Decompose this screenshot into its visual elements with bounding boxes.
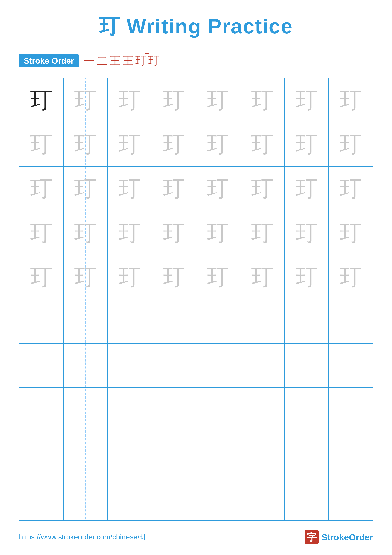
grid-cell[interactable] <box>64 476 108 521</box>
grid-cell[interactable] <box>196 388 241 432</box>
grid-cell[interactable] <box>329 388 373 432</box>
page: 玎 Writing Practice Stroke Order ㇐ 二 王 王 … <box>0 0 392 555</box>
grid-cell[interactable] <box>240 388 285 432</box>
grid-cell[interactable]: 玎 <box>240 123 285 167</box>
grid-cell[interactable]: 玎 <box>108 211 152 255</box>
cell-character: 玎 <box>74 133 96 155</box>
cell-character: 玎 <box>119 89 141 111</box>
grid-cell[interactable] <box>152 344 196 388</box>
grid-cell[interactable]: 玎 <box>329 211 373 255</box>
grid-cell[interactable] <box>240 299 285 344</box>
grid-cell[interactable] <box>329 344 373 388</box>
grid-cell[interactable]: 玎 <box>19 167 64 211</box>
grid-cell[interactable]: 玎 <box>108 255 152 299</box>
grid-cell[interactable] <box>64 388 108 432</box>
grid-cell[interactable] <box>196 299 241 344</box>
grid-cell[interactable]: 玎 <box>196 167 241 211</box>
grid-cell[interactable] <box>19 432 64 476</box>
grid-cell[interactable] <box>196 432 241 476</box>
grid-cell[interactable]: 玎 <box>285 167 329 211</box>
grid-cell[interactable]: 玎 <box>152 211 196 255</box>
brand-icon: 字 <box>305 530 319 544</box>
grid-cell[interactable] <box>19 344 64 388</box>
grid-cell[interactable]: 玎 <box>108 167 152 211</box>
grid-cell[interactable]: 玎 <box>329 78 373 123</box>
grid-cell[interactable]: 玎 <box>19 78 64 123</box>
grid-cell[interactable] <box>108 388 152 432</box>
cell-character: 玎 <box>251 177 273 200</box>
cell-character: 玎 <box>340 133 362 155</box>
grid-cell[interactable] <box>329 299 373 344</box>
grid-cell[interactable]: 玎 <box>19 255 64 299</box>
grid-cell[interactable] <box>19 476 64 521</box>
grid-cell[interactable] <box>152 299 196 344</box>
grid-cell[interactable] <box>152 388 196 432</box>
grid-cell[interactable]: 玎 <box>196 78 241 123</box>
cell-character: 玎 <box>207 177 229 200</box>
grid-cell[interactable]: 玎 <box>329 167 373 211</box>
grid-cell[interactable]: 玎 <box>285 78 329 123</box>
grid-cell[interactable]: 玎 <box>19 211 64 255</box>
cell-character: 玎 <box>163 89 185 111</box>
grid-cell[interactable]: 玎 <box>329 123 373 167</box>
grid-cell[interactable]: 玎 <box>152 255 196 299</box>
grid-cell[interactable] <box>240 432 285 476</box>
grid-cell[interactable] <box>285 432 329 476</box>
grid-cell[interactable] <box>19 388 64 432</box>
cell-character: 玎 <box>30 177 52 200</box>
footer-url[interactable]: https://www.strokeorder.com/chinese/玎 <box>19 532 147 542</box>
grid-cell[interactable] <box>285 388 329 432</box>
grid-cell[interactable] <box>19 299 64 344</box>
grid-cell[interactable]: 玎 <box>108 78 152 123</box>
grid-cell[interactable] <box>64 299 108 344</box>
grid-cell[interactable] <box>64 432 108 476</box>
grid-cell[interactable]: 玎 <box>285 255 329 299</box>
cell-character: 玎 <box>119 222 141 244</box>
cell-character: 玎 <box>207 89 229 111</box>
grid-cell[interactable]: 玎 <box>240 211 285 255</box>
grid-cell[interactable] <box>196 344 241 388</box>
grid-cell[interactable] <box>152 476 196 521</box>
grid-cell[interactable] <box>240 344 285 388</box>
stroke-order-row: Stroke Order ㇐ 二 王 王 玎⁻ 玎 <box>19 53 373 68</box>
grid-cell[interactable] <box>285 299 329 344</box>
grid-cell[interactable] <box>329 432 373 476</box>
footer: https://www.strokeorder.com/chinese/玎 字 … <box>19 530 373 544</box>
grid-cell[interactable] <box>329 476 373 521</box>
grid-cell[interactable]: 玎 <box>196 211 241 255</box>
grid-cell[interactable]: 玎 <box>64 78 108 123</box>
grid-cell[interactable]: 玎 <box>152 78 196 123</box>
grid-cell[interactable] <box>108 344 152 388</box>
grid-cell[interactable] <box>240 476 285 521</box>
grid-cell[interactable]: 玎 <box>64 167 108 211</box>
cell-character: 玎 <box>74 222 96 244</box>
cell-character: 玎 <box>74 177 96 200</box>
grid-cell[interactable]: 玎 <box>152 123 196 167</box>
brand-label: StrokeOrder <box>321 532 373 542</box>
grid-cell[interactable]: 玎 <box>64 255 108 299</box>
grid-cell[interactable]: 玎 <box>240 78 285 123</box>
grid-cell[interactable] <box>108 432 152 476</box>
grid-cell[interactable]: 玎 <box>196 255 241 299</box>
grid-cell[interactable]: 玎 <box>152 167 196 211</box>
grid-cell[interactable] <box>108 299 152 344</box>
grid-cell[interactable]: 玎 <box>240 255 285 299</box>
grid-cell[interactable]: 玎 <box>64 211 108 255</box>
grid-cell[interactable]: 玎 <box>240 167 285 211</box>
grid-cell[interactable]: 玎 <box>64 123 108 167</box>
cell-character: 玎 <box>119 266 141 288</box>
grid-cell[interactable]: 玎 <box>19 123 64 167</box>
grid-cell[interactable]: 玎 <box>285 123 329 167</box>
cell-character: 玎 <box>340 266 362 288</box>
grid-cell[interactable]: 玎 <box>285 211 329 255</box>
grid-cell[interactable] <box>152 432 196 476</box>
grid-cell[interactable]: 玎 <box>196 123 241 167</box>
grid-cell[interactable] <box>196 476 241 521</box>
grid-cell[interactable]: 玎 <box>108 123 152 167</box>
grid-cell[interactable] <box>64 344 108 388</box>
grid-cell[interactable] <box>285 344 329 388</box>
grid-cell[interactable] <box>285 476 329 521</box>
grid-cell[interactable] <box>108 476 152 521</box>
stroke-order-badge: Stroke Order <box>19 54 79 67</box>
grid-cell[interactable]: 玎 <box>329 255 373 299</box>
